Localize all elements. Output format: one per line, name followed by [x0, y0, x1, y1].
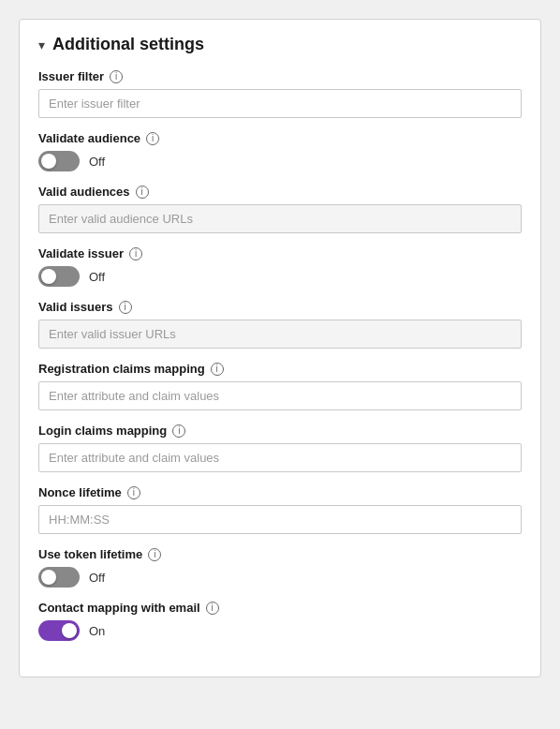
validate-issuer-group: Validate issuer i Off — [38, 246, 522, 287]
login-claims-mapping-input[interactable] — [38, 443, 522, 472]
validate-issuer-toggle-row: Off — [38, 266, 522, 287]
validate-audience-toggle-row: Off — [38, 151, 522, 171]
use-token-lifetime-label: Use token lifetime i — [38, 547, 522, 561]
validate-audience-label: Validate audience i — [38, 131, 522, 145]
additional-settings-card: ▾ Additional settings Issuer filter i Va… — [19, 19, 541, 677]
contact-mapping-with-email-group: Contact mapping with email i On — [38, 601, 522, 641]
login-claims-mapping-group: Login claims mapping i — [38, 424, 522, 472]
section-title: Additional settings — [52, 35, 204, 54]
valid-audiences-label: Valid audiences i — [38, 185, 522, 199]
valid-issuers-info-icon[interactable]: i — [119, 301, 132, 314]
valid-audiences-group: Valid audiences i — [38, 185, 522, 233]
issuer-filter-info-icon[interactable]: i — [110, 70, 123, 83]
valid-audiences-info-icon[interactable]: i — [136, 186, 149, 199]
contact-mapping-with-email-info-icon[interactable]: i — [206, 602, 219, 615]
valid-audiences-input — [38, 204, 522, 233]
valid-issuers-input — [38, 320, 522, 349]
section-header: ▾ Additional settings — [38, 35, 522, 54]
registration-claims-mapping-info-icon[interactable]: i — [211, 363, 224, 376]
validate-audience-toggle[interactable] — [38, 151, 80, 171]
use-token-lifetime-toggle[interactable] — [38, 567, 80, 588]
login-claims-mapping-info-icon[interactable]: i — [172, 424, 185, 438]
collapse-icon[interactable]: ▾ — [38, 37, 45, 52]
validate-issuer-toggle[interactable] — [38, 266, 80, 287]
registration-claims-mapping-input[interactable] — [38, 381, 522, 410]
login-claims-mapping-label: Login claims mapping i — [38, 424, 522, 438]
valid-issuers-label: Valid issuers i — [38, 300, 522, 314]
validate-audience-info-icon[interactable]: i — [146, 132, 159, 145]
contact-mapping-with-email-toggle[interactable] — [38, 620, 80, 641]
validate-audience-group: Validate audience i Off — [38, 131, 522, 171]
valid-issuers-group: Valid issuers i — [38, 300, 522, 349]
contact-mapping-with-email-toggle-row: On — [38, 620, 522, 641]
use-token-lifetime-info-icon[interactable]: i — [148, 548, 161, 561]
contact-mapping-with-email-label: Contact mapping with email i — [38, 601, 522, 615]
validate-audience-toggle-label: Off — [89, 155, 105, 169]
contact-mapping-with-email-toggle-label: On — [89, 624, 105, 638]
nonce-lifetime-info-icon[interactable]: i — [127, 486, 140, 499]
use-token-lifetime-group: Use token lifetime i Off — [38, 547, 522, 588]
registration-claims-mapping-group: Registration claims mapping i — [38, 362, 522, 410]
registration-claims-mapping-label: Registration claims mapping i — [38, 362, 522, 376]
use-token-lifetime-toggle-row: Off — [38, 567, 522, 588]
issuer-filter-group: Issuer filter i — [38, 69, 522, 118]
validate-issuer-label: Validate issuer i — [38, 246, 522, 260]
issuer-filter-label: Issuer filter i — [38, 69, 522, 83]
validate-issuer-toggle-label: Off — [89, 270, 105, 284]
use-token-lifetime-toggle-label: Off — [89, 571, 105, 585]
issuer-filter-input[interactable] — [38, 89, 522, 118]
validate-issuer-info-icon[interactable]: i — [129, 247, 142, 260]
nonce-lifetime-label: Nonce lifetime i — [38, 485, 522, 499]
nonce-lifetime-group: Nonce lifetime i — [38, 485, 522, 534]
nonce-lifetime-input[interactable] — [38, 505, 522, 534]
